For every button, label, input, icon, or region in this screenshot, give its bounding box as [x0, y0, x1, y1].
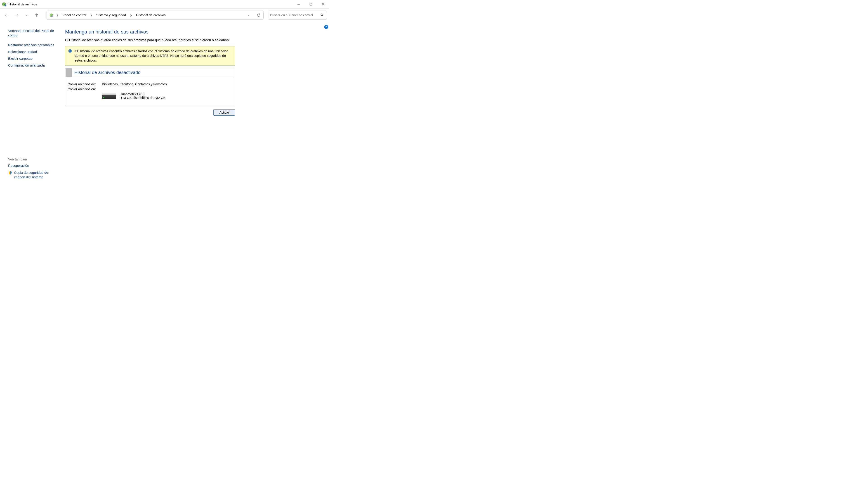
breadcrumb-root[interactable]: Panel de control: [61, 12, 87, 18]
svg-point-14: [70, 50, 70, 50]
recent-dropdown[interactable]: [22, 11, 31, 20]
chevron-right-icon: ❯: [128, 14, 134, 17]
breadcrumb-leaf[interactable]: Historial de archivos: [135, 12, 166, 18]
drive-space: 113 GB disponibles de 232 GB: [121, 96, 165, 99]
close-button[interactable]: [317, 0, 329, 8]
sidebar-link-exclude[interactable]: Excluir carpetas: [8, 56, 58, 61]
page-description: El Historial de archivos guarda copias d…: [65, 38, 324, 42]
refresh-button[interactable]: [255, 12, 262, 19]
window-title: Historial de archivos: [8, 2, 37, 6]
sidebar-link-select-drive[interactable]: Seleccionar unidad: [8, 50, 58, 54]
svg-line-12: [322, 15, 323, 16]
copy-to-label: Copiar archivos en:: [68, 87, 102, 91]
sidebar-link-advanced[interactable]: Configuración avanzada: [8, 63, 58, 68]
shield-icon: [8, 171, 12, 175]
maximize-button[interactable]: [305, 0, 317, 8]
drive-name: Juanmatek1 (E:): [121, 92, 165, 96]
main-content: ? Mantenga un historial de sus archivos …: [64, 22, 329, 186]
sidebar-link-restore[interactable]: Restaurar archivos personales: [8, 43, 58, 47]
chevron-right-icon: ❯: [88, 14, 94, 17]
chevron-right-icon: ❯: [55, 14, 60, 17]
window-controls: [292, 0, 329, 8]
nav-row: ❯ Panel de control ❯ Sistema y seguridad…: [0, 8, 329, 22]
breadcrumb-mid[interactable]: Sistema y seguridad: [95, 12, 127, 18]
back-button[interactable]: [2, 11, 11, 20]
copy-from-value: Bibliotecas, Escritorio, Contactos y Fav…: [102, 82, 167, 86]
see-also-recovery[interactable]: Recuperación: [8, 163, 58, 168]
see-also-system-image[interactable]: Copia de seguridad de imagen del sistema: [14, 170, 58, 180]
status-thumb-icon: [66, 68, 72, 77]
address-dropdown[interactable]: [245, 12, 252, 19]
address-bar[interactable]: ❯ Panel de control ❯ Sistema y seguridad…: [46, 11, 264, 20]
svg-rect-15: [70, 51, 70, 52]
activate-button[interactable]: Activar: [213, 109, 235, 116]
svg-point-11: [321, 13, 323, 16]
title-bar: Historial de archivos: [0, 0, 329, 8]
sidebar: Ventana principal del Panel de control R…: [0, 22, 64, 186]
control-panel-icon: [49, 12, 54, 18]
breadcrumb: ❯ Panel de control ❯ Sistema y seguridad…: [55, 12, 166, 18]
search-box[interactable]: [268, 11, 327, 20]
warning-text: El Historial de archivos encontró archiv…: [75, 49, 228, 62]
sidebar-controlpanel-home[interactable]: Ventana principal del Panel de control: [8, 29, 58, 38]
copy-from-label: Copiar archivos de:: [68, 82, 102, 86]
minimize-button[interactable]: [292, 0, 305, 8]
forward-button[interactable]: [12, 11, 21, 20]
svg-rect-3: [310, 3, 312, 5]
status-card: Historial de archivos desactivado Copiar…: [65, 68, 235, 106]
svg-point-10: [51, 15, 53, 17]
warning-alert: El Historial de archivos encontró archiv…: [65, 46, 235, 66]
help-icon[interactable]: ?: [324, 25, 328, 29]
app-icon: [2, 2, 6, 6]
status-title: Historial de archivos desactivado: [72, 68, 143, 77]
info-icon: [68, 49, 72, 53]
drive-icon: [102, 93, 116, 99]
up-button[interactable]: [32, 11, 41, 20]
page-heading: Mantenga un historial de sus archivos: [65, 29, 324, 35]
search-input[interactable]: [270, 13, 324, 17]
search-icon[interactable]: [320, 13, 324, 18]
see-also-label: Vea también: [8, 157, 58, 161]
